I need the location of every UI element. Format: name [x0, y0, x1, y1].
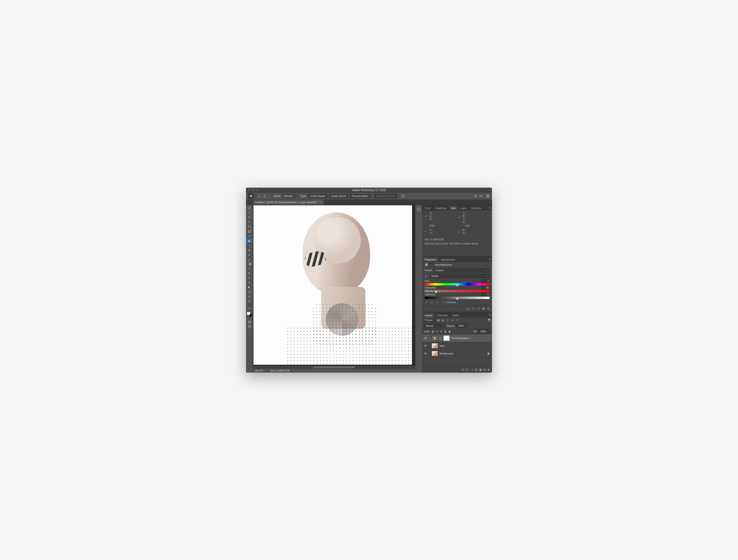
search-icon[interactable] — [473, 194, 478, 198]
marquee-tool[interactable] — [247, 210, 253, 215]
lightness-value[interactable] — [481, 293, 490, 296]
rectangle-tool[interactable] — [247, 290, 253, 294]
path-selection-tool[interactable] — [247, 285, 253, 290]
lightness-slider[interactable] — [425, 297, 490, 299]
filter-type-icon[interactable]: T — [446, 319, 449, 322]
panel-menu-icon[interactable]: ≡ — [487, 256, 492, 262]
saturation-slider[interactable] — [425, 290, 490, 292]
pen-tool[interactable] — [247, 276, 253, 281]
content-aware-button[interactable]: Content-Aware — [308, 194, 328, 198]
close-tab-icon[interactable]: × — [319, 201, 322, 204]
pressure-icon[interactable] — [401, 194, 405, 198]
crop-tool[interactable] — [247, 224, 253, 229]
tab-channels[interactable]: Channels — [435, 313, 450, 318]
proximity-match-button[interactable]: Proximity Match — [350, 194, 371, 198]
filter-pixel-icon[interactable]: ▦ — [437, 319, 440, 322]
lock-transparency-icon[interactable]: ▩ — [431, 330, 434, 333]
home-button[interactable] — [248, 193, 254, 198]
clone-stamp-tool[interactable] — [247, 248, 253, 252]
layer-filter-select[interactable]: Kind — [424, 319, 436, 322]
zoom-window-icon[interactable] — [256, 189, 259, 191]
reset-icon[interactable] — [477, 308, 480, 311]
tab-libraries[interactable]: Libraries — [469, 205, 484, 210]
history-brush-tool[interactable] — [247, 252, 253, 257]
healing-brush-tool-icon[interactable]: ⌄ — [258, 194, 262, 198]
panel-menu-icon[interactable]: ≡ — [487, 205, 492, 210]
eraser-tool[interactable] — [247, 257, 253, 262]
horizontal-scrollbar[interactable] — [253, 366, 415, 369]
hue-value[interactable] — [481, 279, 490, 283]
layer-fx-icon[interactable]: fx⌄ — [466, 368, 470, 371]
mask-thumbnail[interactable] — [443, 335, 450, 341]
new-layer-icon[interactable]: ⊞ — [483, 368, 486, 371]
filter-shape-icon[interactable]: ▭ — [451, 319, 454, 322]
adjustment-thumbnail[interactable]: ◧ — [432, 335, 438, 341]
foreground-color[interactable] — [247, 312, 250, 315]
tab-layers[interactable]: Layers — [422, 313, 435, 318]
eyedropper-subtract-icon[interactable]: − — [435, 301, 438, 304]
sample-all-layers-checkbox[interactable]: Sample All Layers — [374, 194, 397, 198]
mask-icon[interactable]: ◻ — [430, 263, 433, 266]
visibility-toggle-icon[interactable]: 👁 — [424, 344, 427, 348]
gradient-tool[interactable] — [247, 262, 253, 266]
visibility-toggle-icon[interactable]: 👁 — [424, 352, 427, 355]
eyedropper-set-icon[interactable] — [425, 301, 428, 304]
tab-color[interactable]: Color — [422, 205, 433, 210]
layer-item[interactable]: 👁 ◧ ⧉ Hue/Saturation 1 — [422, 335, 492, 342]
document-tab[interactable]: Untitled-1 @ 66.7% (Hue/Saturation 1, La… — [253, 200, 324, 205]
toggle-visibility-icon[interactable] — [482, 308, 485, 311]
brush-tool[interactable] — [247, 243, 253, 248]
create-texture-button[interactable]: Create Texture — [329, 194, 348, 198]
lock-all-icon[interactable]: 🔒 — [448, 330, 451, 333]
blend-mode-select[interactable]: Normal — [282, 194, 296, 198]
workspace-switcher-icon[interactable]: ⌄ — [479, 194, 484, 198]
lock-icon[interactable]: 🔒 — [487, 352, 490, 355]
tab-info[interactable]: Info — [449, 205, 458, 210]
tab-paths[interactable]: Paths — [450, 313, 461, 318]
dodge-tool[interactable] — [247, 271, 253, 276]
panel-menu-icon[interactable]: ≡ — [487, 312, 492, 318]
expand-panels-right[interactable]: › — [488, 201, 491, 203]
zoom-tool[interactable] — [247, 299, 253, 304]
filter-toggle[interactable] — [488, 319, 490, 322]
lock-artboard-icon[interactable]: ▣ — [444, 330, 447, 333]
delete-layer-icon[interactable]: 🗑 — [487, 368, 490, 371]
view-previous-icon[interactable] — [471, 308, 475, 311]
color-swatches[interactable] — [247, 312, 252, 317]
saturation-value[interactable] — [481, 286, 490, 290]
tab-adjustments[interactable]: Adjustments — [439, 257, 457, 262]
layer-fill[interactable]: 100% — [478, 330, 490, 334]
tab-swatches[interactable]: Swatches — [433, 205, 449, 210]
clip-to-layer-icon[interactable] — [466, 308, 470, 311]
lasso-tool[interactable] — [247, 215, 253, 220]
brush-preset-picker[interactable]: • 9 — [263, 194, 267, 198]
frame-tool[interactable] — [247, 229, 253, 234]
layer-item[interactable]: 👁 start — [422, 342, 492, 350]
document-canvas[interactable] — [254, 205, 412, 365]
eyedropper-add-icon[interactable]: + — [430, 301, 433, 304]
hue-slider[interactable] — [425, 283, 490, 286]
quick-mask-icon[interactable] — [247, 320, 253, 325]
layer-opacity[interactable]: 100% — [456, 324, 468, 328]
hand-tool[interactable] — [247, 294, 253, 299]
mask-link-icon[interactable]: ⧉ — [439, 337, 442, 340]
filter-smart-icon[interactable]: ◻ — [455, 319, 459, 322]
minimize-window-icon[interactable] — [252, 189, 255, 191]
close-window-icon[interactable] — [248, 189, 251, 191]
expand-panels-left[interactable]: › — [246, 201, 249, 203]
screen-mode-icon[interactable] — [247, 325, 253, 329]
zoom-level[interactable]: 66.67% — [255, 369, 263, 372]
delete-adjustment-icon[interactable] — [487, 308, 490, 311]
brush-size-dropdown[interactable]: ⌄ — [268, 195, 270, 197]
move-tool[interactable] — [247, 206, 253, 210]
layer-thumbnail[interactable] — [432, 343, 438, 349]
visibility-toggle-icon[interactable]: 👁 — [424, 337, 427, 340]
edit-toolbar-icon[interactable]: ••• — [247, 306, 253, 311]
blur-tool[interactable] — [247, 266, 253, 271]
tab-properties[interactable]: Properties — [422, 257, 439, 262]
layer-blend-mode[interactable]: Normal — [424, 324, 445, 328]
share-icon[interactable] — [485, 194, 490, 198]
eyedropper-tool[interactable] — [247, 234, 253, 238]
lock-position-icon[interactable]: ✥ — [439, 330, 443, 333]
quick-selection-tool[interactable] — [247, 220, 253, 224]
